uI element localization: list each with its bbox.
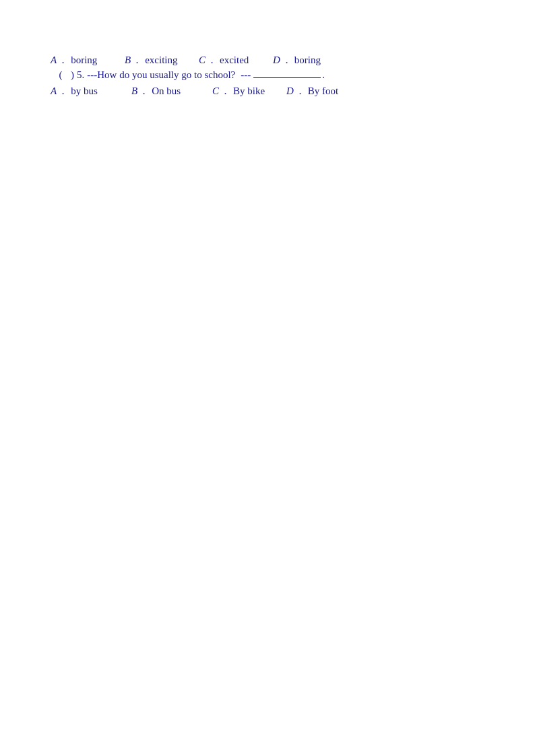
option-5a-text: by bus bbox=[71, 85, 98, 97]
option-4c-text: excited bbox=[220, 55, 249, 66]
option-4a: A ． boring bbox=[51, 54, 125, 67]
question-5-text: ---How do you usually go to school? bbox=[87, 69, 235, 81]
option-4c: C ． excited bbox=[199, 54, 273, 67]
answer-blank-line bbox=[253, 77, 321, 78]
option-4b-letter: B bbox=[125, 55, 131, 66]
options-row-5: A ． by bus B ． On bus C ． By bike D ． By… bbox=[51, 85, 484, 98]
option-4a-letter: A bbox=[51, 55, 57, 66]
options-row-4: A ． boring B ． exciting C ． excited D ． … bbox=[51, 54, 484, 67]
option-5c: C ． By bike bbox=[212, 85, 286, 98]
option-5c-letter: C bbox=[212, 85, 219, 97]
question-5-row: ( ) 5. ---How do you usually go to schoo… bbox=[51, 69, 484, 81]
option-4a-text: boring bbox=[71, 55, 97, 66]
option-5d-letter: D bbox=[286, 85, 294, 97]
paren-close: ) bbox=[71, 69, 74, 81]
page: A ． boring B ． exciting C ． excited D ． … bbox=[0, 0, 535, 756]
option-4b-text: exciting bbox=[145, 55, 177, 66]
option-5a: A ． by bus bbox=[51, 85, 131, 98]
option-4b: B ． exciting bbox=[125, 54, 199, 67]
option-5b: B ． On bus bbox=[131, 85, 212, 98]
question-5-period: . bbox=[322, 69, 325, 81]
option-4d: D ． boring bbox=[273, 54, 347, 67]
option-5d-text: By foot bbox=[308, 85, 338, 97]
option-5c-text: By bike bbox=[233, 85, 265, 97]
answer-blank-paren-open: ( bbox=[51, 69, 71, 81]
question-5-number: 5. bbox=[77, 69, 84, 81]
option-5b-text: On bus bbox=[152, 85, 181, 97]
option-4d-letter: D bbox=[273, 55, 280, 66]
option-4c-letter: C bbox=[199, 55, 206, 66]
option-5b-letter: B bbox=[131, 85, 137, 97]
question-5-dash: --- bbox=[241, 69, 251, 81]
option-4d-text: boring bbox=[294, 55, 321, 66]
option-5d: D ． By foot bbox=[286, 85, 347, 98]
option-5a-letter: A bbox=[51, 85, 57, 97]
